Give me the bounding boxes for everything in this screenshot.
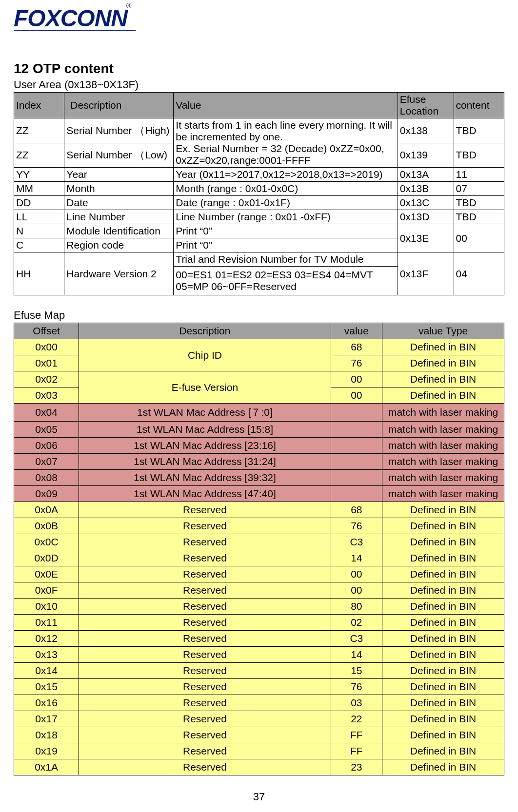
cell-value: 15 — [331, 663, 382, 679]
table-row: 0x0AReserved68Defined in BIN — [14, 502, 504, 518]
cell-offset: 0x06 — [14, 438, 79, 454]
cell-desc: Module Identification — [64, 224, 174, 238]
cell-offset: 0x13 — [14, 647, 79, 663]
cell-description: 1st WLAN Mac Address [７:0] — [79, 404, 331, 422]
cell-value: FF — [331, 743, 382, 759]
cell-value-type: Defined in BIN — [382, 339, 504, 355]
cell-description: Reserved — [79, 759, 331, 775]
table-row: 0x12ReservedC3Defined in BIN — [14, 631, 504, 647]
efuse-map-title: Efuse Map — [14, 309, 504, 322]
cell-loc: 0x13E — [398, 224, 454, 252]
cell-offset: 0x02 — [14, 371, 79, 387]
cell-index: ZZ — [14, 118, 64, 143]
cell-index: LL — [14, 210, 64, 224]
cell-value: 03 — [331, 695, 382, 711]
cell-value-type: match with laser making — [382, 422, 504, 438]
cell-loc: 0x13D — [398, 210, 454, 224]
cell-value: 23 — [331, 759, 382, 775]
cell-offset: 0x08 — [14, 470, 79, 486]
cell-offset: 0x05 — [14, 422, 79, 438]
cell-value: 76 — [331, 355, 382, 371]
table-row: 0x16Reserved03Defined in BIN — [14, 695, 504, 711]
efuse-map-table: OffsetDescriptionvaluevalue Type0x00Chip… — [14, 323, 504, 775]
cell-value-type: match with laser making — [382, 470, 504, 486]
cell-desc: Region code — [64, 238, 174, 252]
cell-loc: 0x13A — [398, 168, 454, 182]
cell-offset: 0x12 — [14, 631, 79, 647]
cell-index: YY — [14, 168, 64, 182]
th-efuse-location: Efuse Location — [398, 93, 454, 118]
table-row: 0x19ReservedFFDefined in BIN — [14, 743, 504, 759]
table-row: 0x0FReserved00Defined in BIN — [14, 582, 504, 599]
cell-value — [331, 404, 382, 422]
th-description: Description — [64, 93, 174, 118]
cell-desc: Serial Number （High) — [64, 118, 174, 143]
cell-description: Reserved — [79, 518, 331, 534]
cell-offset: 0x17 — [14, 711, 79, 727]
cell-offset: 0x18 — [14, 727, 79, 743]
cell-description: Reserved — [79, 534, 331, 550]
cell-value-type: Defined in BIN — [382, 743, 504, 759]
th-col-2: value — [331, 323, 382, 339]
cell-description: 1st WLAN Mac Address [39:32] — [79, 470, 331, 486]
cell-description: Reserved — [79, 743, 331, 759]
th-value: Value — [174, 93, 398, 118]
table-row: HH Hardware Version 2 Trial and Revision… — [14, 252, 504, 267]
table-row: 0x11Reserved02Defined in BIN — [14, 615, 504, 631]
table-row: 0x041st WLAN Mac Address [７:0]match with… — [14, 404, 504, 422]
cell-description: Reserved — [79, 679, 331, 695]
cell-value: 22 — [331, 711, 382, 727]
cell-value: C3 — [331, 631, 382, 647]
cell-desc: Line Number — [64, 210, 174, 224]
table-row: DD Date Date (range : 0x01-0x1F) 0x13C T… — [14, 196, 504, 210]
cell-description: Reserved — [79, 582, 331, 599]
cell-offset: 0x0A — [14, 502, 79, 518]
cell-value: Line Number (range : 0x01 -0xFF) — [174, 210, 398, 224]
user-area-title: User Area (0x138~0X13F) — [14, 78, 504, 91]
cell-value-type: Defined in BIN — [382, 387, 504, 404]
cell-value: Month (range : 0x01-0x0C) — [174, 182, 398, 196]
cell-desc: Hardware Version 2 — [64, 252, 174, 295]
cell-value-serial: It starts from 1 in each line every morn… — [174, 118, 398, 168]
cell-cont: 11 — [454, 168, 504, 182]
cell-value: FF — [331, 727, 382, 743]
table-row: ZZ Serial Number （High) It starts from 1… — [14, 118, 504, 143]
table-row: 0x1AReserved23Defined in BIN — [14, 759, 504, 775]
cell-cont: TBD — [454, 143, 504, 168]
table-header-row: Index Description Value Efuse Location c… — [14, 93, 504, 118]
cell-value: 00 — [331, 371, 382, 387]
cell-cont: TBD — [454, 196, 504, 210]
cell-description: 1st WLAN Mac Address [31:24] — [79, 454, 331, 470]
cell-index: ZZ — [14, 143, 64, 168]
cell-desc: Month — [64, 182, 174, 196]
cell-value-type: Defined in BIN — [382, 759, 504, 775]
cell-cont: 04 — [454, 252, 504, 295]
cell-description: 1st WLAN Mac Address [15:8] — [79, 422, 331, 438]
otp-table: Index Description Value Efuse Location c… — [14, 92, 504, 295]
cell-value: Year (0x11=>2017,0x12=>2018,0x13=>2019) — [174, 168, 398, 182]
cell-value-type: Defined in BIN — [382, 355, 504, 371]
cell-offset: 0x07 — [14, 454, 79, 470]
cell-index: HH — [14, 252, 64, 295]
cell-offset: 0x0F — [14, 582, 79, 599]
table-row: 0x0EReserved00Defined in BIN — [14, 566, 504, 582]
cell-description: Reserved — [79, 599, 331, 615]
cell-description: Reserved — [79, 695, 331, 711]
cell-description: Reserved — [79, 663, 331, 679]
cell-offset: 0x14 — [14, 663, 79, 679]
cell-value-type: match with laser making — [382, 454, 504, 470]
th-content: content — [454, 93, 504, 118]
cell-index: C — [14, 238, 64, 252]
cell-value-type: Defined in BIN — [382, 695, 504, 711]
logo-text: FOXCONN® — [14, 5, 132, 32]
cell-value-type: Defined in BIN — [382, 518, 504, 534]
cell-offset: 0x1A — [14, 759, 79, 775]
cell-desc: Year — [64, 168, 174, 182]
page-number: 37 — [0, 791, 518, 803]
table-row: 0x071st WLAN Mac Address [31:24]match wi… — [14, 454, 504, 470]
cell-value: Print “0” — [174, 238, 398, 252]
table-row: 0x18ReservedFFDefined in BIN — [14, 727, 504, 743]
cell-offset: 0x0C — [14, 534, 79, 550]
table-row: 0x061st WLAN Mac Address [23:16]match wi… — [14, 438, 504, 454]
table-row: LL Line Number Line Number (range : 0x01… — [14, 210, 504, 224]
